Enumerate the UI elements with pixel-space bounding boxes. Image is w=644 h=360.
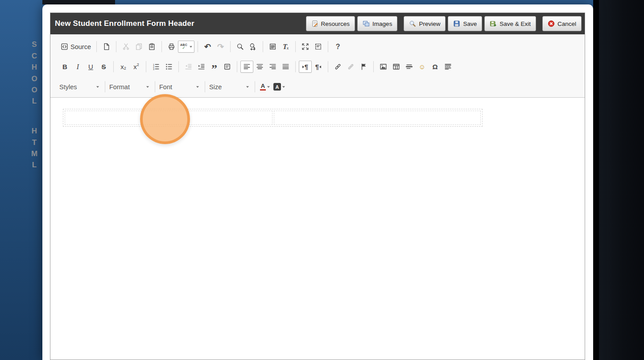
save-icon [453,20,460,27]
replace-button[interactable] [247,41,260,53]
paste-button[interactable] [145,41,158,53]
text-color-a: A [261,83,265,89]
bulleted-list-button[interactable] [162,61,175,73]
new-page-button[interactable] [100,41,113,53]
unlink-icon [347,63,355,70]
chevron-down-icon [190,46,192,48]
select-all-icon [269,43,277,50]
superscript-2: 2 [137,62,139,67]
subscript-button[interactable]: x2 [117,61,130,73]
text-color-bar [260,89,266,91]
preview-label: Preview [419,21,440,27]
table-cell-2[interactable] [274,111,481,125]
images-button[interactable]: Images [357,16,397,31]
styles-dropdown[interactable]: Styles [58,81,102,93]
cut-button[interactable] [120,41,132,53]
source-icon [61,43,68,50]
blockquote-icon: ” [211,63,217,71]
justify-button[interactable] [279,61,292,73]
horizontal-line-button[interactable] [403,61,416,73]
align-center-icon [256,63,264,70]
rtl-button[interactable]: ¶ [312,61,325,73]
underline-button[interactable]: U [84,61,97,73]
paste-icon [148,43,156,50]
underline-icon: U [88,63,93,70]
page-break-button[interactable] [442,61,454,73]
size-dropdown[interactable]: Size [208,81,252,93]
align-center-button[interactable] [253,61,266,73]
font-label: Font [159,83,172,91]
numbered-list-button[interactable]: 123 [149,61,162,73]
remove-format-x: x [287,46,289,50]
decrease-indent-button[interactable] [182,61,195,73]
new-page-icon [103,43,110,50]
replace-icon [249,43,257,50]
separator [198,41,198,52]
remove-format-button[interactable]: Tx [279,41,292,53]
strikethrough-button[interactable]: S [97,61,110,73]
bold-icon: B [62,63,67,70]
modal-header: New Student Enrollment Form Header Resou… [50,13,585,34]
link-button[interactable] [331,61,344,73]
subscript-icon: x [120,63,124,70]
increase-indent-button[interactable] [195,61,208,73]
about-button[interactable]: ? [331,41,344,53]
unlink-button[interactable] [344,61,357,73]
format-dropdown[interactable]: Format [108,81,152,93]
format-label: Format [109,83,130,91]
horizontal-line-icon [405,63,413,70]
blockquote-button[interactable]: ” [208,61,221,73]
spellcheck-button[interactable]: ABC ✓ [178,41,194,53]
table-icon [392,63,400,70]
save-exit-button[interactable]: Save & Exit [484,16,536,31]
select-all-button[interactable] [266,41,279,53]
source-button[interactable]: Source [58,41,93,53]
strikethrough-icon: S [101,63,106,70]
separator [328,41,328,52]
separator [255,81,255,92]
text-color-icon: A [260,83,266,91]
maximize-button[interactable] [299,41,312,53]
copy-button[interactable] [132,41,145,53]
chevron-down-icon [246,86,249,88]
smiley-button[interactable]: ☺ [416,61,429,73]
special-char-button[interactable]: Ω [429,61,442,73]
separator [263,41,263,52]
separator [237,61,237,72]
inserted-table[interactable] [63,109,483,127]
align-left-button[interactable] [240,61,253,73]
decrease-indent-icon [185,63,192,70]
text-color-button[interactable]: A [258,81,272,93]
redo-button[interactable]: ↷ [214,41,227,53]
save-button[interactable]: Save [448,16,482,31]
numbered-list-icon: 123 [152,63,160,70]
cancel-label: Cancel [557,21,576,27]
ltr-button[interactable]: ¶ [299,61,312,73]
show-blocks-button[interactable] [312,41,325,53]
print-button[interactable] [165,41,178,53]
align-left-icon [243,63,251,70]
svg-text:3: 3 [153,68,154,70]
background-color-button[interactable]: A [272,81,287,93]
chevron-down-icon [96,86,99,88]
align-right-button[interactable] [266,61,279,73]
rtl-icon: ¶ [315,63,319,70]
smiley-icon: ☺ [419,63,425,70]
font-dropdown[interactable]: Font [158,81,202,93]
preview-button[interactable]: Preview [404,16,446,31]
editor-content-area[interactable] [50,98,585,360]
cancel-button[interactable]: Cancel [542,16,582,31]
undo-button[interactable]: ↶ [201,41,214,53]
insert-image-button[interactable] [377,61,390,73]
find-button[interactable] [234,41,247,53]
resources-button[interactable]: Resources [306,16,355,31]
superscript-button[interactable]: x2 [130,61,143,73]
insert-table-button[interactable] [390,61,403,73]
separator [328,61,328,72]
div-container-button[interactable] [221,61,234,73]
italic-button[interactable]: I [71,61,84,73]
page-title: New Student Enrollment Form Header [55,19,194,28]
bold-button[interactable]: B [58,61,71,73]
separator [116,41,116,52]
anchor-button[interactable] [357,61,370,73]
